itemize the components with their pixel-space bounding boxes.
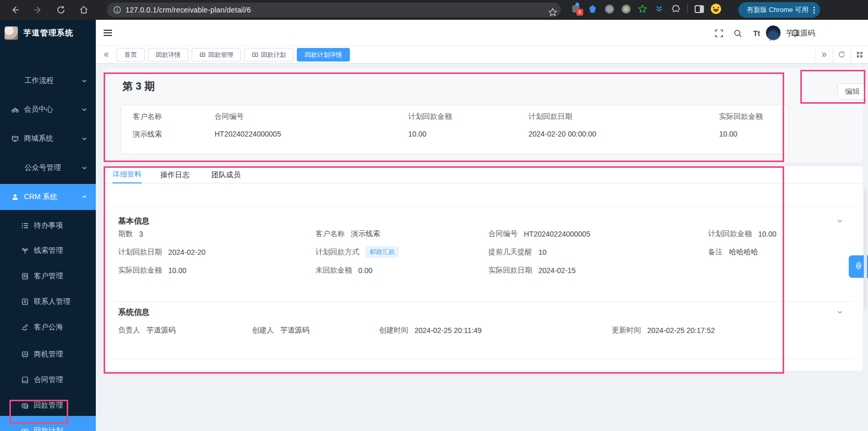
detail-tabs: 详细资料 操作日志 团队成员 bbox=[105, 166, 863, 183]
member-icon bbox=[11, 105, 19, 114]
chrome-update-text: 有新版 Chrome 可用 bbox=[747, 5, 808, 15]
mall-icon bbox=[11, 134, 19, 143]
chevron-down-icon bbox=[81, 106, 87, 113]
collapse-chevron-down-icon[interactable] bbox=[836, 217, 844, 225]
refresh-page-icon[interactable] bbox=[833, 46, 850, 63]
search-icon[interactable] bbox=[732, 28, 744, 39]
extensions-puzzle-icon[interactable] bbox=[671, 4, 681, 14]
money-receive-icon bbox=[199, 52, 206, 58]
detail-header-card: 第 3 期 编辑 客户名称 演示线索 合同编号 HT20240224000005… bbox=[105, 68, 863, 162]
summary-customer-name: 客户名称 演示线索 bbox=[133, 112, 162, 139]
sidebar-item-official-account[interactable]: 公众号管理 bbox=[0, 156, 96, 179]
sidebar-item-member-center[interactable]: 会员中心 bbox=[0, 98, 96, 121]
sidebar-item-crm-system[interactable]: CRM 系统 bbox=[0, 184, 96, 210]
sidebar-item-leads[interactable]: 线索管理 bbox=[0, 239, 96, 262]
tag-receivable-plan[interactable]: 回款计划 bbox=[244, 48, 294, 61]
bus-icon bbox=[21, 350, 29, 359]
tag-receivable-detail[interactable]: 回款详情 bbox=[148, 48, 188, 61]
sidebar-item-public-pool[interactable]: 客户公海 bbox=[0, 316, 96, 339]
browser-menu-kebab-icon[interactable] bbox=[813, 7, 815, 14]
sidebar-item-workflow[interactable]: 工作流程 bbox=[0, 69, 96, 92]
summary-planned-amount: 计划回款金额 10.00 bbox=[408, 112, 452, 138]
browser-forward-icon[interactable] bbox=[30, 2, 46, 18]
user-avatar[interactable] bbox=[765, 25, 781, 41]
section-divider bbox=[112, 206, 854, 207]
tag-receivable-manage[interactable]: 回款管理 bbox=[192, 48, 241, 61]
detail-card: 详细资料 操作日志 团队成员 基本信息 期数3 客户名称演示线索 合同编号HT2… bbox=[105, 166, 863, 371]
field-actual-amount: 实际回款金额10.00 bbox=[118, 266, 186, 275]
collapse-chevron-down-icon[interactable] bbox=[836, 309, 844, 316]
extension-camera-icon[interactable] bbox=[621, 4, 631, 14]
field-planned-amount: 计划回款金额10.00 bbox=[708, 229, 776, 239]
sidebar-item-receivable-plan[interactable]: 回款计划 bbox=[0, 416, 96, 431]
user-icon bbox=[11, 193, 19, 201]
tab-operation-log[interactable]: 操作日志 bbox=[160, 166, 190, 183]
chrome-update-pill[interactable]: 有新版 Chrome 可用 bbox=[738, 2, 820, 18]
field-contract-no: 合同编号HT20240224000005 bbox=[488, 229, 590, 239]
tab-team-members[interactable]: 团队成员 bbox=[211, 166, 241, 183]
logo-image bbox=[4, 26, 18, 40]
tag-home[interactable]: 首页 bbox=[117, 48, 145, 61]
gear-icon bbox=[854, 261, 863, 273]
main-content: 第 3 期 编辑 客户名称 演示线索 合同编号 HT20240224000005… bbox=[96, 64, 868, 431]
chevron-down-icon bbox=[81, 136, 87, 142]
field-update-time: 更新时间2024-02-25 20:17:52 bbox=[612, 326, 715, 335]
toolbar-divider bbox=[687, 4, 688, 14]
system-info-heading: 系统信息 bbox=[118, 307, 149, 317]
side-panel-icon[interactable] bbox=[694, 4, 705, 14]
section-divider bbox=[112, 301, 854, 302]
sidebar-item-opportunities[interactable]: 商机管理 bbox=[0, 343, 96, 366]
chevron-down-icon bbox=[81, 78, 87, 84]
profile-emoji-icon[interactable] bbox=[711, 4, 721, 14]
browser-reload-icon[interactable] bbox=[53, 2, 69, 18]
sidebar-item-receivables[interactable]: 回款管理 bbox=[0, 394, 96, 417]
edit-button[interactable]: 编辑 bbox=[837, 83, 867, 100]
summary-planned-date: 计划回款日期 2024-02-20 00:00:00 bbox=[529, 112, 596, 138]
basic-info-heading: 基本信息 bbox=[118, 216, 149, 226]
tags-scroll-left-icon[interactable] bbox=[98, 46, 115, 63]
menu-collapse-icon[interactable] bbox=[103, 28, 113, 38]
browser-toolbar: 127.0.0.1/crm/receivable-plan/detail/6 6 bbox=[0, 0, 868, 20]
url-text: 127.0.0.1/crm/receivable-plan/detail/6 bbox=[125, 6, 251, 14]
field-remark: 备注哈哈哈哈 bbox=[708, 248, 758, 257]
chevron-down-icon bbox=[81, 165, 87, 171]
browser-back-icon[interactable] bbox=[7, 2, 23, 18]
fullscreen-icon[interactable] bbox=[713, 28, 725, 39]
username[interactable]: 芋道源码 bbox=[786, 29, 815, 38]
app-title: 芋道管理系统 bbox=[23, 28, 73, 38]
bookmark-star-icon[interactable] bbox=[545, 4, 560, 20]
money-receive-icon bbox=[21, 401, 29, 410]
sidebar: 芋道管理系统 工作流程 会员中心 商城系统 公众号管理 CRM 系统 bbox=[0, 20, 96, 431]
sidebar-item-mall-system[interactable]: 商城系统 bbox=[0, 127, 96, 150]
sidebar-item-contracts[interactable]: 合同管理 bbox=[0, 368, 96, 391]
summary-actual-amount: 实际回款金额 10.00 bbox=[719, 112, 763, 138]
tag-receivable-plan-detail[interactable]: 回款计划详情 bbox=[297, 48, 350, 61]
app-logo: 芋道管理系统 bbox=[0, 20, 96, 46]
extension-badge: 6 bbox=[576, 9, 583, 16]
page-scrollbar[interactable] bbox=[864, 189, 867, 309]
field-payment-method: 计划回款方式邮政汇款 bbox=[316, 246, 399, 258]
address-bar[interactable]: 127.0.0.1/crm/receivable-plan/detail/6 bbox=[107, 3, 561, 17]
customer-book-icon bbox=[21, 272, 29, 280]
extension-star-icon[interactable] bbox=[637, 4, 648, 14]
sidebar-item-contacts[interactable]: 联系人管理 bbox=[0, 290, 96, 313]
contract-book-icon bbox=[21, 376, 29, 384]
extension-chevrons-icon[interactable] bbox=[654, 4, 664, 14]
layout-grid-icon[interactable] bbox=[850, 46, 868, 63]
tags-scroll-right-icon[interactable] bbox=[815, 46, 833, 63]
extension-icon-with-badge[interactable]: 6 bbox=[571, 4, 581, 14]
browser-home-icon[interactable] bbox=[76, 2, 92, 18]
site-info-icon[interactable] bbox=[112, 2, 122, 18]
section-divider bbox=[112, 359, 854, 359]
sidebar-item-todo[interactable]: 待办事项 bbox=[0, 214, 96, 237]
banknote-icon bbox=[252, 52, 258, 58]
summary-fields-box: 客户名称 演示线索 合同编号 HT20240224000005 计划回款金额 1… bbox=[121, 105, 789, 154]
extension-wheel-icon[interactable] bbox=[604, 4, 614, 14]
field-planned-date: 计划回款日期2024-02-20 bbox=[118, 248, 206, 257]
payment-method-badge: 邮政汇款 bbox=[366, 246, 399, 258]
extension-balloon-icon[interactable] bbox=[587, 4, 598, 14]
contact-book-icon bbox=[21, 298, 29, 306]
tab-detail-info[interactable]: 详细资料 bbox=[112, 166, 142, 183]
font-size-icon[interactable]: Tt bbox=[751, 28, 762, 39]
sidebar-item-customers[interactable]: 客户管理 bbox=[0, 265, 96, 288]
